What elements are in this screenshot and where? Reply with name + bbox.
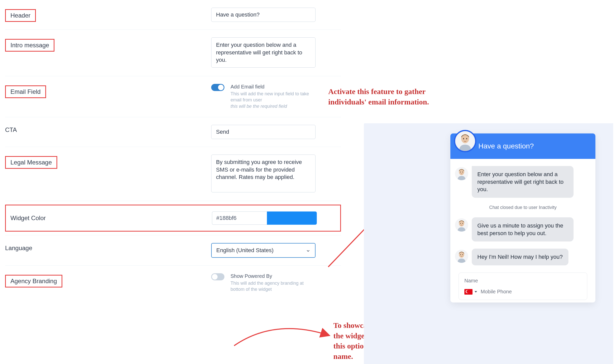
intro-textarea[interactable] bbox=[211, 37, 316, 68]
label-widget-color: Widget Color bbox=[10, 215, 46, 222]
row-legal: Legal Message bbox=[5, 147, 341, 201]
row-cta: CTA bbox=[5, 117, 341, 147]
label-legal: Legal Message bbox=[5, 156, 57, 169]
arrow-branding bbox=[229, 320, 336, 351]
label-header: Header bbox=[5, 9, 36, 22]
flag-icon bbox=[464, 289, 473, 295]
email-toggle-sub: This will add the new input field to tak… bbox=[231, 91, 312, 103]
email-toggle[interactable] bbox=[211, 84, 224, 91]
chat-message: Hey I'm Neil! How may I help you? bbox=[455, 249, 591, 265]
row-widget-color-wrap: Widget Color bbox=[5, 201, 341, 235]
language-value: English (United States) bbox=[216, 247, 274, 254]
caret-down-icon bbox=[475, 291, 477, 293]
chat-status: Chat closed due to user Inactivity bbox=[455, 205, 591, 210]
chat-preview-panel: Have a question? Enter your question bel… bbox=[364, 123, 613, 364]
email-toggle-sub-italic: this will be the required field bbox=[231, 103, 312, 109]
chat-message: Enter your question below and a represen… bbox=[455, 166, 591, 198]
chat-phone-placeholder: Mobile Phone bbox=[481, 289, 512, 295]
chat-phone-row[interactable]: Mobile Phone bbox=[464, 289, 581, 295]
label-email-field: Email Field bbox=[5, 85, 46, 98]
label-cta: CTA bbox=[5, 126, 17, 133]
chat-message: Give us a minute to assign you the best … bbox=[455, 217, 591, 241]
country-flag-select[interactable] bbox=[464, 289, 477, 295]
chat-header-title: Have a question? bbox=[478, 142, 534, 150]
chat-message-text: Hey I'm Neil! How may I help you? bbox=[472, 249, 568, 265]
header-input[interactable] bbox=[211, 8, 316, 22]
chat-message-avatar bbox=[455, 167, 468, 180]
branding-toggle-sub: This will add the agency branding at bot… bbox=[231, 280, 312, 293]
chat-input-card: Name Mobile Phone bbox=[459, 272, 587, 300]
language-select[interactable]: English (United States) bbox=[211, 243, 316, 258]
chat-widget: Have a question? Enter your question bel… bbox=[450, 133, 595, 302]
annotation-email: Activate this feature to gather individu… bbox=[328, 86, 438, 107]
branding-toggle[interactable] bbox=[211, 273, 224, 280]
email-toggle-title: Add Email field bbox=[231, 84, 312, 90]
row-email-field: Email Field Add Email field This will ad… bbox=[5, 76, 341, 117]
branding-toggle-description: Show Powered By This will add the agency… bbox=[231, 273, 312, 293]
cta-input[interactable] bbox=[211, 125, 316, 139]
widget-color-input[interactable] bbox=[212, 211, 267, 225]
chat-message-text: Enter your question below and a represen… bbox=[472, 166, 574, 198]
chat-header-avatar bbox=[454, 130, 476, 152]
label-agency-branding: Agency Branding bbox=[5, 275, 62, 287]
row-language: Language English (United States) bbox=[5, 235, 341, 266]
chat-header: Have a question? bbox=[450, 133, 595, 159]
row-intro: Intro message bbox=[5, 30, 341, 76]
label-intro: Intro message bbox=[5, 39, 54, 52]
chevron-down-icon bbox=[306, 248, 310, 253]
row-header: Header bbox=[5, 0, 341, 30]
legal-textarea[interactable] bbox=[211, 155, 316, 192]
chat-message-avatar bbox=[455, 218, 468, 232]
chat-message-avatar bbox=[455, 250, 468, 263]
email-toggle-description: Add Email field This will add the new in… bbox=[231, 84, 312, 109]
label-language: Language bbox=[5, 245, 32, 252]
branding-toggle-title: Show Powered By bbox=[231, 273, 312, 279]
row-agency-branding: Agency Branding Show Powered By This wil… bbox=[5, 266, 341, 300]
widget-color-swatch[interactable] bbox=[267, 211, 317, 225]
chat-message-text: Give us a minute to assign you the best … bbox=[472, 217, 574, 241]
chat-name-label: Name bbox=[464, 278, 581, 284]
